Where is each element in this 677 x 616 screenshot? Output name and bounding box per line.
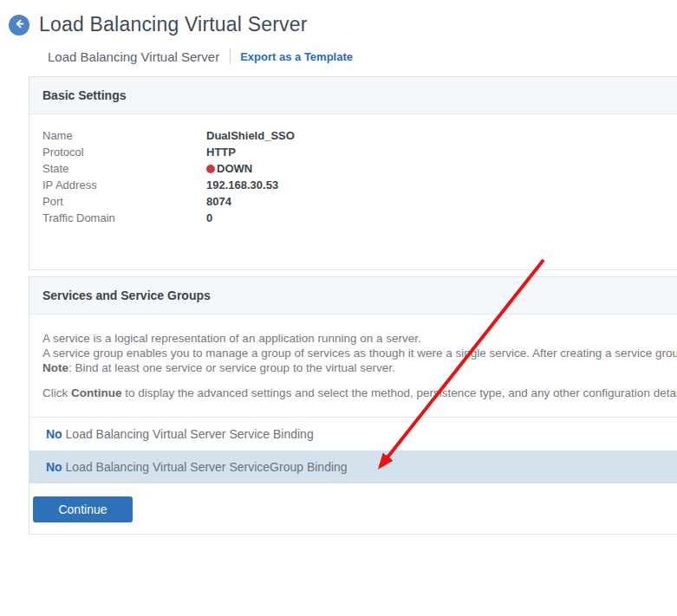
field-value: HTTP: [206, 146, 236, 159]
page-title: Load Balancing Virtual Server: [39, 13, 308, 36]
button-area: Continue: [29, 483, 677, 534]
hint-prefix: Click: [42, 386, 71, 399]
binding-label: Load Balancing Virtual Server Service Bi…: [62, 427, 314, 441]
service-binding-row[interactable]: No Load Balancing Virtual Server Service…: [29, 418, 677, 451]
field-row-traffic-domain: Traffic Domain 0: [42, 210, 664, 226]
status-badge: DOWN: [206, 162, 252, 175]
field-label: Name: [42, 129, 206, 142]
description-line-2: A service group enables you to manage a …: [42, 346, 677, 360]
field-value: 192.168.30.53: [206, 178, 278, 191]
hint-bold: Continue: [71, 386, 122, 399]
status-text: DOWN: [217, 162, 252, 175]
field-value: 8074: [206, 195, 231, 208]
binding-count: No: [46, 460, 62, 474]
click-continue-hint: Click Continue to display the advanced s…: [29, 375, 677, 417]
field-label: State: [42, 162, 206, 175]
status-down-icon: [206, 165, 215, 173]
vertical-divider: [230, 49, 231, 64]
field-row-ip-address: IP Address 192.168.30.53: [42, 177, 664, 193]
field-row-state: State DOWN: [42, 160, 664, 177]
basic-settings-panel: Basic Settings Name DualShield_SSO Proto…: [29, 76, 677, 270]
hint-suffix: to display the advanced settings and sel…: [122, 386, 677, 399]
services-panel-header: Services and Service Groups: [29, 277, 677, 314]
description-line-1: A service is a logical representation of…: [42, 331, 677, 346]
field-value: 0: [206, 211, 212, 224]
services-description: A service is a logical representation of…: [29, 314, 677, 375]
field-label: IP Address: [42, 178, 206, 191]
services-panel-title: Services and Service Groups: [42, 289, 211, 302]
servicegroup-binding-row[interactable]: No Load Balancing Virtual Server Service…: [29, 451, 677, 483]
field-row-name: Name DualShield_SSO: [42, 127, 664, 144]
note-text: : Bind at least one service or service g…: [68, 361, 395, 374]
export-as-template-link[interactable]: Export as a Template: [240, 50, 353, 63]
lb-virtual-server-page: Load Balancing Virtual Server Load Balan…: [0, 0, 677, 616]
field-row-port: Port 8074: [42, 193, 664, 210]
description-note-line: Note: Bind at least one service or servi…: [42, 360, 677, 375]
note-label: Note: [42, 361, 68, 374]
field-label: Port: [42, 195, 206, 208]
basic-settings-title: Basic Settings: [42, 88, 126, 102]
subheader-tab-label: Load Balancing Virtual Server: [48, 49, 219, 64]
back-button[interactable]: [9, 15, 29, 36]
binding-rows: No Load Balancing Virtual Server Service…: [29, 417, 677, 483]
field-label: Traffic Domain: [42, 211, 206, 224]
services-panel: Services and Service Groups A service is…: [29, 276, 677, 535]
binding-label: Load Balancing Virtual Server ServiceGro…: [62, 460, 348, 474]
arrow-left-icon: [14, 17, 25, 33]
page-header: Load Balancing Virtual Server: [0, 0, 677, 36]
binding-count: No: [46, 427, 62, 441]
field-value: DualShield_SSO: [206, 129, 295, 142]
basic-settings-header: Basic Settings: [29, 77, 677, 114]
field-row-protocol: Protocol HTTP: [42, 144, 664, 160]
basic-settings-fields: Name DualShield_SSO Protocol HTTP State …: [29, 114, 677, 269]
continue-button[interactable]: Continue: [33, 496, 133, 522]
field-label: Protocol: [42, 146, 206, 159]
subheader: Load Balancing Virtual Server Export as …: [48, 48, 677, 65]
